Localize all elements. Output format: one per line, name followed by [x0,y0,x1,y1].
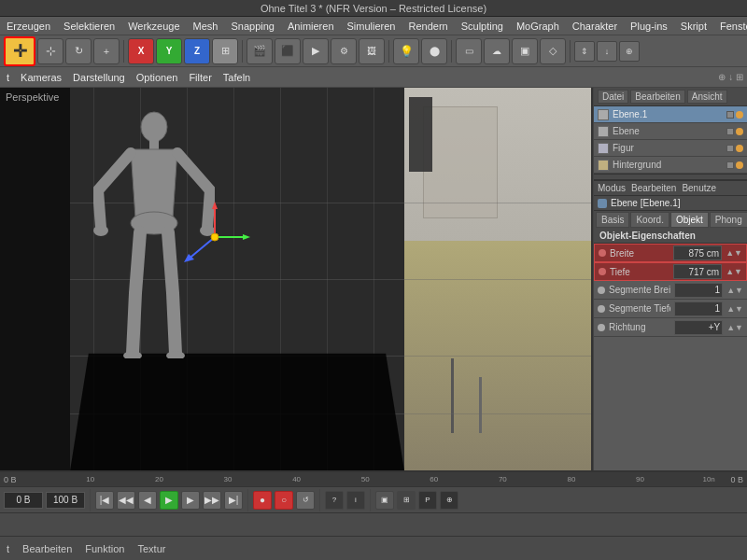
prop-arrow-richtung[interactable]: ▲▼ [726,323,743,332]
menu-snapping[interactable]: Snapping [228,20,277,33]
geo-btn[interactable]: ◇ [540,38,566,64]
layer-btn-datei[interactable]: Datei [598,90,628,104]
next-frame-btn[interactable]: ▶ [181,491,200,510]
layer-row-figur[interactable]: Figur [594,140,747,157]
tab-phong[interactable]: Phong [710,212,747,228]
prop-input-seg-tiefe[interactable] [674,301,723,316]
tab-koord[interactable]: Koord. [630,212,669,228]
frame-current-input[interactable] [4,492,43,509]
prop-input-breite[interactable] [673,245,722,260]
toolbar2-darstellung[interactable]: Darstellung [70,71,128,84]
move-tool-button[interactable]: ✛ [4,36,35,66]
loop-btn[interactable]: ↺ [296,491,315,510]
prop-arrow-seg-tiefe[interactable]: ▲▼ [726,304,743,314]
menu-charakter[interactable]: Charakter [570,20,620,33]
bottom-bearbeiten[interactable]: Bearbeiten [20,542,75,555]
tab-objekt[interactable]: Objekt [670,212,709,228]
tool-3[interactable]: ↻ [65,38,92,64]
floor-btn[interactable]: ▭ [456,38,482,64]
props-mode-header: Modus Bearbeiten Benutze [594,181,747,196]
bottom-t[interactable]: t [4,542,12,555]
x-axis-btn[interactable]: X [128,38,154,64]
layer-row-ebene1[interactable]: Ebene.1 [594,106,747,123]
prop-arrow-breite[interactable]: ▲▼ [726,248,742,258]
menu-skript[interactable]: Skript [678,20,710,33]
toolbar2-filter[interactable]: Filter [186,71,214,84]
toolbar2-tafeln[interactable]: Tafeln [220,71,253,84]
nav-btn3[interactable]: ⊕ [619,41,640,62]
cube-btn[interactable]: ▣ [512,38,538,64]
menu-selektieren[interactable]: Selektieren [61,20,118,33]
props-section-title: Objekt-Eigenschaften [594,229,747,244]
toolbar2-t[interactable]: t [4,71,12,84]
layer-vis-3 [726,145,734,152]
menu-mograph[interactable]: MoGraph [514,20,562,33]
sep2 [242,40,243,63]
clapper-btn[interactable]: 🎬 [247,38,273,64]
nav-btn2[interactable]: ↓ [597,41,617,62]
scheme-btn1[interactable]: ▣ [375,491,394,510]
menu-mesh[interactable]: Mesh [190,20,221,33]
go-end-btn[interactable]: ▶| [224,491,243,510]
menu-plugins[interactable]: Plug-ins [627,20,670,33]
layer-btn-bearbeiten[interactable]: Bearbeiten [630,90,684,104]
bottom-textur[interactable]: Textur [134,542,168,555]
layer-row-ebene[interactable]: Ebene [594,123,747,140]
scheme-btn4[interactable]: ⊕ [440,491,458,510]
prop-arrow-tiefe[interactable]: ▲▼ [726,267,742,276]
tab-basis[interactable]: Basis [596,212,629,228]
tick-10: 10 [56,475,125,483]
layer-name-ebene: Ebene [613,126,640,136]
prop-label-tiefe: Tiefe [610,267,669,277]
bottom-funktion[interactable]: Funktion [82,542,127,555]
frame-max-input[interactable] [46,492,85,509]
prop-label-seg-tiefe: Segmente Tiefe [609,303,670,314]
prop-row-tiefe: Tiefe ▲▼ [594,262,747,281]
sep3 [388,40,389,63]
menu-werkzeuge[interactable]: Werkzeuge [125,20,182,33]
timeline-current: 0 B [4,475,55,484]
tool-2[interactable]: ⊹ [37,38,63,64]
prop-arrow-seg-breite[interactable]: ▲▼ [726,286,743,295]
go-start-btn[interactable]: |◀ [95,491,114,510]
menu-rendern[interactable]: Rendern [405,20,450,33]
scheme-btn2[interactable]: ⊞ [397,491,416,510]
render-btn2[interactable]: ⚙ [331,38,357,64]
world-btn[interactable]: ⊞ [212,38,238,64]
toolbar2-optionen[interactable]: Optionen [134,71,181,84]
keyframe-btn[interactable]: ○ [275,491,293,510]
y-axis-btn[interactable]: Y [156,38,182,64]
tool-4[interactable]: + [93,38,120,64]
viewport[interactable]: Perspektive [0,88,593,470]
z-axis-btn[interactable]: Z [184,38,210,64]
sky-btn[interactable]: ☁ [484,38,510,64]
menu-sculpting[interactable]: Sculpting [458,20,506,33]
prev-frame-btn[interactable]: ◀ [138,491,157,510]
svg-point-3 [93,225,108,236]
menu-animieren[interactable]: Animieren [285,20,337,33]
scene-btn[interactable]: ⬛ [275,38,301,64]
light-btn[interactable]: 💡 [393,38,419,64]
menu-erzeugen[interactable]: Erzeugen [4,20,53,33]
prop-label-breite: Breite [610,248,669,259]
render-btn3[interactable]: 🖼 [359,38,385,64]
layer-btn-ansicht[interactable]: Ansicht [687,90,727,104]
scheme-btn3[interactable]: P [418,491,437,510]
play-btn[interactable]: ▶ [160,491,178,510]
nav-btn1[interactable]: ⇕ [574,41,595,62]
prev-key-btn[interactable]: ◀◀ [117,491,135,510]
prop-dot-breite [599,249,606,257]
tinfo-btn2[interactable]: i [346,491,365,510]
menu-fenster[interactable]: Fenster [717,20,747,33]
render-btn1[interactable]: ▶ [303,38,329,64]
next-key-btn[interactable]: ▶▶ [203,491,221,510]
record-btn[interactable]: ● [253,491,272,510]
menu-simulieren[interactable]: Simulieren [345,20,399,33]
prop-input-seg-breite[interactable] [674,283,723,298]
layer-row-hintergrund[interactable]: Hintergrund [594,157,747,174]
prop-input-tiefe[interactable] [673,264,722,279]
prop-input-richtung[interactable] [674,320,723,335]
tinfo-btn1[interactable]: ? [325,491,344,510]
mat-btn[interactable]: ⬤ [421,38,447,64]
toolbar2-kameras[interactable]: Kameras [18,71,64,84]
